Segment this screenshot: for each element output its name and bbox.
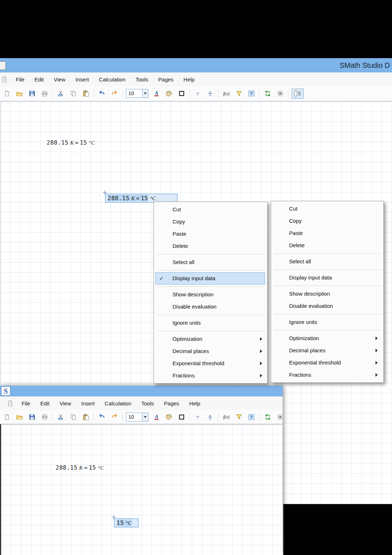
menubar-item-file[interactable]: File (16, 400, 35, 406)
context-menu-item-display-input-data[interactable]: Display input data (271, 272, 383, 284)
redo-icon[interactable] (110, 413, 119, 421)
context-menu-item-label: Fractions (289, 372, 311, 378)
context-menu-item-cut[interactable]: Cut (271, 203, 383, 215)
secondary-window[interactable]: S FileEditViewInsertCalculationToolsPage… (0, 386, 283, 555)
context-menu-item-fractions[interactable]: Fractions (271, 369, 383, 381)
undo-icon[interactable] (97, 413, 107, 421)
menubar-item-insert[interactable]: Insert (76, 400, 100, 406)
context-menu-item-copy[interactable]: Copy (271, 215, 383, 227)
font-size-dropdown-button[interactable] (142, 89, 148, 98)
context-menu-item-disable-evaluation[interactable]: Disable evaluation (271, 300, 383, 312)
border-icon[interactable] (177, 413, 186, 421)
menu-separator (157, 254, 264, 254)
pagesetup-icon[interactable] (292, 89, 304, 99)
font-size-dropdown-button[interactable] (142, 413, 148, 422)
context-menu-item-delete[interactable]: Delete (271, 239, 383, 251)
context-menu-item-fractions[interactable]: Fractions (154, 370, 267, 382)
help-icon[interactable]: ? (247, 413, 256, 421)
fontcolor-icon[interactable]: A (152, 413, 161, 421)
help-icon[interactable]: ? (247, 89, 256, 98)
menubar-item-insert[interactable]: Insert (70, 76, 94, 83)
main-window-titlebar[interactable]: SMath Studio D (0, 58, 392, 72)
context-menu-item-display-input-data[interactable]: ✓Display input data (155, 272, 265, 284)
units-icon[interactable]: °|° (193, 89, 202, 98)
fraction-icon[interactable]: ba (206, 413, 215, 421)
context-menu-item-copy[interactable]: Copy (154, 216, 267, 228)
cut-icon[interactable] (56, 89, 65, 98)
context-menu-item-exponential-threshold[interactable]: Exponential threshold (154, 357, 267, 370)
save-icon[interactable] (27, 413, 37, 421)
menubar-item-edit[interactable]: Edit (35, 400, 55, 406)
context-menu-item-show-description[interactable]: Show description (271, 288, 383, 300)
menubar-item-calculation[interactable]: Calculation (100, 400, 136, 406)
context-menu-item-optimization[interactable]: Optimization (271, 332, 383, 344)
copy-icon[interactable] (69, 413, 78, 421)
new-icon[interactable] (2, 413, 11, 421)
copy-icon[interactable] (69, 89, 78, 98)
context-menu-item-label: Cut (289, 206, 297, 212)
context-menu-item-select-all[interactable]: Select all (154, 256, 267, 268)
math-expression[interactable]: 288.15K=15°C (56, 464, 104, 471)
menubar-item-file[interactable]: File (11, 76, 29, 83)
border-icon[interactable] (177, 89, 186, 98)
redo-icon[interactable] (110, 89, 119, 98)
expression-result-unit: °C (126, 520, 132, 526)
refresh-icon[interactable] (263, 413, 272, 421)
expression-result-unit: °C (150, 196, 156, 201)
cut-icon[interactable] (56, 413, 65, 421)
menubar-item-tools[interactable]: Tools (136, 400, 159, 406)
context-menu-item-paste[interactable]: Paste (154, 228, 267, 240)
new-icon[interactable] (2, 89, 11, 98)
selected-math-region[interactable]: 15°C (114, 518, 138, 527)
context-menu-item-disable-evaluation[interactable]: Disable evaluation (154, 301, 267, 313)
math-expression[interactable]: 288.15K=15°C (47, 139, 95, 146)
secondary-window-titlebar[interactable]: S (0, 386, 283, 396)
fontcolor-icon[interactable]: A (152, 89, 161, 98)
menubar-item-view[interactable]: View (49, 76, 70, 83)
context-menu-item-paste[interactable]: Paste (271, 227, 383, 239)
secondary-worksheet-canvas[interactable] (0, 424, 283, 555)
context-menu-item-decimal-places[interactable]: Decimal places (271, 344, 383, 357)
cancel-icon[interactable] (275, 89, 285, 98)
print-icon[interactable] (40, 413, 49, 421)
menubar-item-edit[interactable]: Edit (29, 76, 49, 83)
cancel-icon[interactable] (275, 413, 283, 421)
context-menu-item-select-all[interactable]: Select all (271, 255, 383, 268)
font-size-combo[interactable]: 10 (126, 89, 148, 98)
context-menu-item-cut[interactable]: Cut (154, 203, 267, 216)
menubar-item-help[interactable]: Help (179, 76, 200, 83)
context-menu-item-optimization[interactable]: Optimization (154, 333, 267, 345)
menubar-item-tools[interactable]: Tools (131, 76, 153, 83)
open-icon[interactable] (15, 89, 24, 98)
menubar-item-pages[interactable]: Pages (159, 400, 184, 406)
context-menu-item-exponential-threshold[interactable]: Exponential threshold (271, 357, 383, 369)
font-size-combo[interactable]: 10 (126, 413, 148, 422)
open-icon[interactable] (15, 413, 24, 421)
palette-icon[interactable] (164, 89, 174, 98)
context-menu-item-delete[interactable]: Delete (154, 240, 267, 252)
fraction-icon[interactable]: ba (206, 89, 215, 98)
menubar-item-calculation[interactable]: Calculation (94, 76, 131, 83)
context-menu-item-ignore-units[interactable]: Ignore units (154, 317, 267, 329)
undo-icon[interactable] (97, 89, 107, 98)
fx-icon[interactable]: f(x) (222, 413, 231, 421)
units-icon[interactable]: °|° (193, 413, 202, 421)
filter-icon[interactable] (234, 413, 244, 421)
print-icon[interactable] (40, 89, 49, 98)
filter-icon[interactable] (234, 89, 244, 98)
menubar-item-help[interactable]: Help (184, 400, 206, 406)
context-menu-item-ignore-units[interactable]: Ignore units (271, 316, 383, 328)
paste-icon[interactable] (81, 89, 90, 98)
font-size-value[interactable]: 10 (126, 89, 142, 98)
font-size-value[interactable]: 10 (126, 413, 142, 422)
menubar-item-pages[interactable]: Pages (153, 76, 179, 83)
context-menu-item-show-description[interactable]: Show description (154, 288, 267, 301)
expression-value: 288.15 (108, 195, 129, 202)
refresh-icon[interactable] (263, 89, 272, 98)
fx-icon[interactable]: f(x) (222, 89, 231, 98)
menubar-item-view[interactable]: View (55, 400, 76, 406)
palette-icon[interactable] (164, 413, 174, 421)
paste-icon[interactable] (81, 413, 90, 421)
save-icon[interactable] (27, 89, 37, 98)
context-menu-item-decimal-places[interactable]: Decimal places (154, 345, 267, 357)
